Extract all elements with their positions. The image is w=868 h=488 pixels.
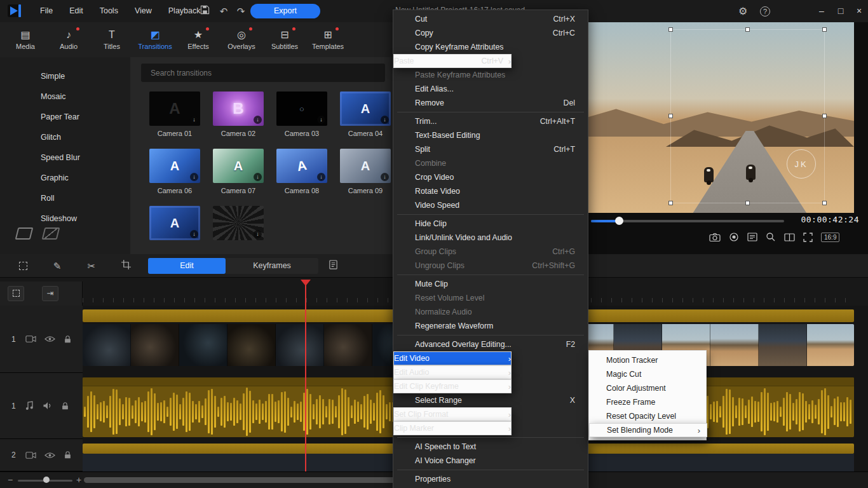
resize-handle[interactable] xyxy=(822,201,827,205)
library-tab[interactable]: ♪ Audio xyxy=(47,22,90,57)
zoom-out-icon[interactable]: − xyxy=(5,474,15,485)
download-icon[interactable]: ↓ xyxy=(381,116,389,124)
transition-thumbnail[interactable]: A ↓ xyxy=(149,149,200,183)
submenu-item[interactable]: Set Blending Mode › xyxy=(589,423,707,437)
transition-item[interactable]: A ↓ Camera 04 xyxy=(340,92,391,138)
submenu-item[interactable]: Color Adjustment xyxy=(589,381,706,395)
resize-handle[interactable] xyxy=(745,27,750,32)
category-item[interactable]: Glitch xyxy=(0,127,130,147)
split-scissors-icon[interactable]: ✂ xyxy=(85,260,98,273)
context-menu-item[interactable] xyxy=(393,212,588,217)
context-menu-item[interactable]: Advanced Overlay Editing... F2 xyxy=(393,337,588,351)
timeline-zoom-thumb[interactable] xyxy=(43,477,50,483)
context-menu-item[interactable]: Properties xyxy=(393,472,588,486)
clip-notes-icon[interactable] xyxy=(327,260,339,273)
menu-item[interactable]: View xyxy=(126,0,160,22)
context-menu-item[interactable]: Edit Alias... xyxy=(393,82,588,96)
transition-thumbnail[interactable]: A ↓ xyxy=(213,149,264,183)
transition-item[interactable]: A ↓ Camera 09 xyxy=(340,149,391,195)
submenu-item[interactable]: Motion Tracker xyxy=(589,353,706,367)
category-item[interactable]: Slideshow xyxy=(0,208,130,229)
download-icon[interactable]: ↓ xyxy=(254,230,262,238)
transition-shape-icon[interactable] xyxy=(15,227,34,240)
context-menu-item[interactable]: AI Speech to Text xyxy=(393,440,588,454)
track-lock-icon[interactable] xyxy=(64,335,72,344)
transition-item[interactable]: A ↓ Camera 07 xyxy=(213,149,264,195)
context-menu-item[interactable]: Copy Ctrl+C xyxy=(393,26,588,40)
context-menu-item[interactable]: Remove Del xyxy=(393,96,588,110)
download-icon[interactable]: ↓ xyxy=(190,173,198,181)
category-item[interactable]: Paper Tear xyxy=(0,107,130,127)
category-item[interactable]: Speed Blur xyxy=(0,147,130,168)
search-box[interactable] xyxy=(141,64,385,82)
context-menu-item[interactable]: Mute Clip xyxy=(393,277,588,291)
menu-item[interactable]: Edit xyxy=(61,0,92,22)
dual-preview-icon[interactable] xyxy=(784,233,795,241)
context-menu-item[interactable] xyxy=(393,435,588,440)
context-menu-item[interactable]: Text-Based Editing xyxy=(393,128,588,142)
context-menu-item[interactable]: Edit Video › xyxy=(393,351,512,365)
menu-item[interactable]: Tools xyxy=(92,0,126,22)
context-menu-item[interactable]: Paste Ctrl+V › xyxy=(393,54,512,68)
context-menu-item[interactable]: Cut Ctrl+X xyxy=(393,12,588,26)
undo-icon[interactable]: ↶ xyxy=(217,5,230,17)
context-menu-item[interactable]: Copy Keyframe Attributes xyxy=(393,40,588,54)
context-menu-item[interactable]: Hide Clip xyxy=(393,217,588,231)
transition-shape-alt-icon[interactable] xyxy=(42,227,60,240)
context-menu-item[interactable]: Video Speed xyxy=(393,198,588,212)
transition-item[interactable]: A ↓ Camera 08 xyxy=(276,149,327,195)
transition-item[interactable]: ↓ xyxy=(213,206,264,252)
track-lock-icon[interactable] xyxy=(61,402,69,410)
submenu-item[interactable]: Freeze Frame xyxy=(589,395,706,409)
transition-item[interactable]: B ↓ Camera 02 xyxy=(213,92,264,138)
library-tab[interactable]: ◩ Transitions xyxy=(133,22,177,57)
category-item[interactable]: Mosaic xyxy=(0,86,130,107)
crop-icon[interactable] xyxy=(119,260,132,273)
zoom-in-icon[interactable]: + xyxy=(74,474,84,485)
library-tab[interactable]: ▤ Media xyxy=(4,22,47,57)
context-menu-item[interactable]: Edit Clip Keyframe › xyxy=(393,379,512,393)
submenu-item[interactable]: Magic Cut xyxy=(589,367,706,381)
clip-selection-box[interactable] xyxy=(670,29,825,203)
transition-thumbnail[interactable]: ↓ xyxy=(213,206,264,240)
seek-thumb[interactable] xyxy=(615,217,623,225)
save-icon[interactable] xyxy=(198,5,211,17)
edit-mode-button[interactable]: Edit xyxy=(148,258,226,274)
context-menu-item[interactable]: Edit Audio › xyxy=(393,365,512,379)
download-icon[interactable]: ↓ xyxy=(190,230,198,238)
submenu-item[interactable]: Reset Opacity Level xyxy=(589,409,706,423)
transition-item[interactable]: ○ ↓ Camera 03 xyxy=(276,92,327,138)
context-menu-item[interactable]: Split Ctrl+T xyxy=(393,142,588,156)
minimize-button[interactable]: – xyxy=(814,4,829,18)
resize-handle[interactable] xyxy=(668,114,673,118)
produce-queue-icon[interactable] xyxy=(747,233,757,241)
resize-handle[interactable] xyxy=(822,114,827,118)
transition-thumbnail[interactable]: A ↓ xyxy=(149,92,200,126)
context-menu-item[interactable]: Trim... Ctrl+Alt+T xyxy=(393,114,588,128)
playhead-marker[interactable] xyxy=(301,280,311,286)
resize-handle[interactable] xyxy=(822,27,827,32)
export-button[interactable]: Export xyxy=(250,4,320,18)
zoom-preview-icon[interactable] xyxy=(766,232,776,242)
library-tab[interactable]: T Titles xyxy=(90,22,133,57)
range-select-icon[interactable] xyxy=(19,262,27,270)
context-menu-item[interactable]: Clip Marker › xyxy=(393,421,512,435)
context-menu-item[interactable]: Set Clip Format › xyxy=(393,407,512,421)
track-mute-speaker-icon[interactable] xyxy=(43,402,53,410)
category-item[interactable]: Roll xyxy=(0,188,130,208)
render-preview-icon[interactable] xyxy=(729,232,739,242)
library-tab[interactable]: ★ Effects xyxy=(177,22,220,57)
track-visibility-eye-icon[interactable] xyxy=(44,452,55,459)
context-menu-item[interactable]: AI Voice Changer xyxy=(393,454,588,468)
menu-item[interactable]: File xyxy=(32,0,61,22)
track-visibility-eye-icon[interactable] xyxy=(44,336,55,342)
draw-pen-icon[interactable]: ✎ xyxy=(51,260,64,273)
aspect-ratio-label[interactable]: 16:9 xyxy=(821,233,839,242)
track-lock-icon[interactable] xyxy=(64,451,72,459)
transition-item[interactable]: A ↓ Camera 06 xyxy=(149,149,200,195)
close-button[interactable]: × xyxy=(851,4,867,18)
redo-icon[interactable]: ↷ xyxy=(234,5,247,17)
resize-handle[interactable] xyxy=(668,27,673,32)
help-icon[interactable]: ? xyxy=(760,6,770,17)
fullscreen-icon[interactable] xyxy=(803,233,813,242)
